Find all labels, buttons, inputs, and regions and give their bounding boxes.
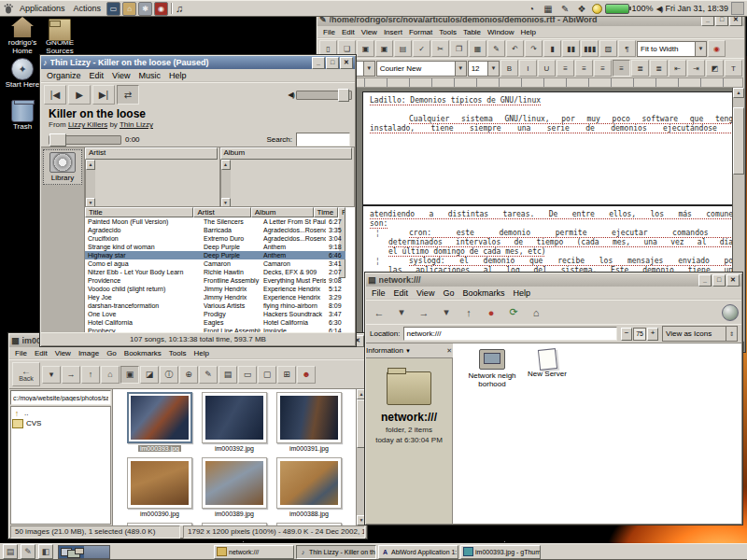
cvs-folder-row[interactable]: CVS	[12, 418, 109, 428]
menu-item[interactable]: Help	[194, 349, 209, 357]
home-desktop-icon[interactable]: rodrigo's Home	[4, 17, 41, 59]
thumbnail-item[interactable]: im000392.jpg	[197, 392, 272, 457]
mozilla-launcher-icon[interactable]: ◉	[154, 2, 168, 16]
up-icon[interactable]: ↑	[81, 366, 100, 384]
trash-desktop-icon[interactable]: Trash	[4, 101, 41, 143]
menu-item[interactable]: Window	[487, 28, 514, 36]
underline-icon[interactable]: U	[538, 60, 556, 77]
close-icon[interactable]: ✕	[340, 57, 353, 69]
folder-view-icon[interactable]: ▣	[120, 366, 139, 384]
user-icon[interactable]: ☻	[297, 366, 316, 384]
undo-icon[interactable]: ↶	[506, 40, 524, 57]
sound-monitor-applet-icon[interactable]: ♫	[176, 3, 190, 14]
pen-applet-icon[interactable]: ✎	[558, 2, 572, 16]
menu-item[interactable]: Help	[513, 288, 530, 298]
taskbar-button[interactable]: im000393.jpg - gThum	[460, 545, 541, 559]
file-view[interactable]: Network neighborhood New Server	[453, 343, 741, 524]
save-as-icon[interactable]: ▣	[375, 40, 393, 57]
pen-icon[interactable]: ✎	[487, 40, 505, 57]
location-input[interactable]	[403, 327, 617, 341]
gnome-foot-icon[interactable]	[3, 3, 14, 14]
home-button[interactable]: ⌂	[526, 302, 546, 322]
track-row[interactable]: Voodoo child (slight return) Jimmy Hendr…	[85, 285, 345, 293]
speaker-icon[interactable]: ◀)	[656, 5, 663, 13]
unindent-icon[interactable]: ⇤	[669, 60, 686, 77]
menu-item[interactable]: Edit	[35, 349, 48, 357]
seek-slider[interactable]	[49, 135, 121, 145]
document-page-1[interactable]: Ladillo: Demonios típicos de GNU/linuxCu…	[362, 91, 732, 205]
menu-item[interactable]: Edit	[394, 288, 409, 298]
reload-button[interactable]: ⟳	[503, 302, 524, 322]
menu-item[interactable]: View	[416, 288, 434, 298]
search-input[interactable]	[296, 133, 350, 147]
nautilus-titlebar[interactable]: ▤ network:/// _□✕	[366, 273, 741, 287]
taskbar-button[interactable]: AbiWord Application 1:	[378, 545, 458, 559]
workspace-1[interactable]	[59, 546, 84, 558]
menu-item[interactable]: Music	[138, 71, 161, 80]
menu-item[interactable]: Edit	[342, 28, 355, 36]
zoom-icon[interactable]: ⊕	[179, 366, 198, 384]
title-column-header[interactable]: Title	[85, 207, 193, 217]
track-row[interactable]: Como el agua Camaron Camaron 3:41	[85, 259, 345, 268]
insert-image-icon[interactable]: ▨	[599, 40, 617, 57]
back-dropdown-icon[interactable]: ▾	[42, 366, 61, 384]
align-center-icon[interactable]: ≡	[575, 60, 593, 77]
panel-corner-icon[interactable]	[731, 2, 744, 15]
album-column-header[interactable]: Album	[220, 147, 353, 160]
thumbnail-item[interactable]: im000388.jpg	[272, 457, 346, 523]
show-paragraphs-icon[interactable]: ¶	[618, 40, 636, 57]
track-row[interactable]: Providence Frontline Assembly Everything…	[85, 276, 345, 285]
artist-scrollbar[interactable]: ▲▼	[85, 160, 95, 206]
menu-item[interactable]: Go	[106, 349, 117, 357]
time-column-header[interactable]: Time	[314, 207, 338, 217]
thumbnail-item[interactable]: im000390.jpg	[122, 457, 197, 523]
copy-icon[interactable]: ❐	[450, 40, 468, 57]
indent-icon[interactable]: ⇥	[687, 60, 705, 77]
library-source[interactable]: Library	[43, 149, 82, 185]
up-button[interactable]: ↑	[458, 302, 479, 322]
applications-menu[interactable]: Applications	[17, 4, 68, 13]
back-button[interactable]: ←Back	[12, 362, 40, 386]
taskbar-button[interactable]: network:///	[214, 545, 294, 559]
menu-item[interactable]: Bookmarks	[462, 288, 504, 298]
thumbnail-item[interactable]: im000391.jpg	[272, 392, 346, 457]
cut-icon[interactable]: ✂	[431, 40, 449, 57]
menu-item[interactable]: Bookmarks	[124, 349, 162, 357]
misc-applet-icon[interactable]: ◧	[38, 544, 53, 559]
album-link[interactable]: Lizzy Killers	[68, 120, 107, 129]
volume-slider[interactable]	[296, 91, 352, 100]
text-color-icon[interactable]: T	[725, 60, 742, 77]
track-row[interactable]: Highway star Deep Purple Anthem 6:46	[85, 251, 345, 259]
minimize-icon[interactable]: _	[312, 57, 325, 69]
image-info-icon[interactable]: ⓘ	[160, 366, 178, 384]
font-dropdown[interactable]: Courier New▼	[376, 61, 467, 77]
zoom-in-button[interactable]: +	[647, 328, 658, 341]
eraser-icon[interactable]: ◪	[140, 366, 159, 384]
track-row[interactable]: Crucifixion Extremo Duro Agradecidos...R…	[85, 234, 345, 243]
config-launcher-icon[interactable]: ✱	[138, 2, 152, 16]
menu-item[interactable]: Go	[443, 288, 454, 298]
track-row[interactable]: One Love Prodigy Hackers Soundtrack 3:47	[85, 310, 345, 318]
back-button[interactable]: ←	[369, 302, 389, 322]
artist-link[interactable]: Thin Lizzy	[120, 120, 153, 129]
menu-item[interactable]: Help	[521, 28, 536, 36]
track-row[interactable]: darshan-tranceformation Various Artists …	[85, 301, 345, 310]
one-column-icon[interactable]: ▮	[543, 40, 561, 57]
align-right-icon[interactable]: ≡	[594, 60, 612, 77]
track-row[interactable]: Nitzer Ebb - Let Your Body Learn Richie …	[85, 268, 345, 276]
print-icon[interactable]: ▤	[394, 40, 412, 57]
menu-item[interactable]: View	[55, 349, 71, 357]
edit-icon[interactable]: ✎	[199, 366, 218, 384]
fullscreen-icon[interactable]: ▢	[258, 366, 276, 384]
properties-icon[interactable]: ▤	[218, 366, 237, 384]
pointer-applet-icon[interactable]: ❖	[575, 2, 589, 16]
battery-applet-icon[interactable]	[605, 4, 629, 14]
close-sidebar-icon[interactable]: ✕	[446, 347, 452, 355]
bullet-list-icon[interactable]: ≣	[650, 60, 668, 77]
track-row[interactable]: Hotel California Eagles Hotel California…	[85, 318, 345, 327]
highlight-icon[interactable]: ◩	[706, 60, 724, 77]
font-size-dropdown[interactable]: 12▼	[468, 61, 500, 77]
workspace-2[interactable]	[84, 546, 109, 558]
sidebar-title[interactable]: Information	[366, 346, 403, 355]
clock-applet[interactable]: Fri Jan 31, 18:39	[665, 4, 728, 13]
